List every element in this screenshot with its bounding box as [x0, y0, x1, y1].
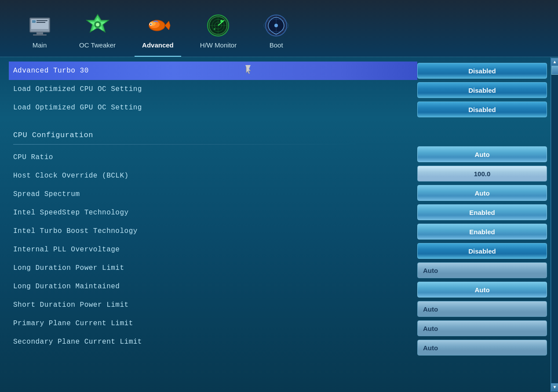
setting-row-short-power[interactable]: Short Duration Power Limit — [13, 296, 417, 314]
setting-row-host-clock[interactable]: Host Clock Override (BCLK) — [13, 167, 417, 185]
setting-label-spread-spectrum: Spread Spectrum — [13, 190, 80, 198]
svg-point-23 — [220, 20, 223, 22]
value-btn-pll[interactable]: Disabled — [417, 243, 547, 259]
setting-row-cpu-ratio[interactable]: CPU Ratio — [13, 148, 417, 167]
tab-oc-label: OC Tweaker — [79, 41, 116, 52]
setting-label-load-gpu: Load Optimized GPU OC Setting — [13, 104, 142, 112]
setting-label-host-clock: Host Clock Override (BCLK) — [13, 172, 129, 180]
scrollbar-thumb[interactable] — [551, 66, 558, 75]
setting-label-secondary-plane: Secondary Plane Current Limit — [13, 338, 142, 346]
top-navigation: Main OC Tweaker — [0, 0, 558, 57]
svg-rect-4 — [32, 20, 36, 23]
svg-point-24 — [214, 28, 215, 30]
setting-row-turbo-boost[interactable]: Intel Turbo Boost Technology — [13, 222, 417, 240]
svg-point-16 — [150, 24, 151, 25]
svg-rect-3 — [33, 34, 47, 36]
hw-monitor-icon — [205, 12, 231, 39]
value-row-load-cpu[interactable]: Disabled — [417, 81, 551, 99]
value-row-cpu-ratio[interactable]: Auto — [417, 145, 551, 163]
setting-row-speedstep[interactable]: Intel SpeedStep Technology — [13, 203, 417, 222]
value-btn-load-cpu[interactable]: Disabled — [417, 82, 547, 98]
value-btn-load-gpu[interactable]: Disabled — [417, 102, 547, 117]
setting-row-load-gpu[interactable]: Load Optimized GPU OC Setting — [13, 98, 417, 117]
setting-label-turbo-boost: Intel Turbo Boost Technology — [13, 227, 138, 235]
setting-label-cpu-config: CPU Configuration — [13, 131, 93, 139]
advanced-icon — [145, 12, 171, 39]
content-area: Advanced Turbo 30 Load Optimized CPU OC … — [0, 57, 558, 392]
setting-row-cpu-config: CPU Configuration — [13, 124, 417, 142]
setting-label-advanced-turbo-30: Advanced Turbo 30 — [13, 67, 89, 75]
setting-label-long-power: Long Duration Power Limit — [13, 264, 124, 272]
values-panel: Disabled Disabled Disabled — [417, 57, 551, 392]
right-panel-container: Disabled Disabled Disabled — [417, 57, 558, 392]
value-row-speedstep[interactable]: Enabled — [417, 203, 551, 221]
setting-label-primary-plane: Primary Plane Current Limit — [13, 319, 133, 327]
value-row-turbo-boost[interactable]: Enabled — [417, 222, 551, 241]
value-btn-cpu-ratio[interactable]: Auto — [417, 146, 547, 162]
main-tab-icon — [26, 12, 53, 39]
setting-row-pll[interactable]: Internal PLL Overvoltage — [13, 240, 417, 259]
value-row-pll[interactable]: Disabled — [417, 242, 551, 260]
value-spacer-2 — [417, 139, 551, 144]
value-btn-long-power[interactable]: Auto — [417, 262, 547, 278]
value-row-spread-spectrum[interactable]: Auto — [417, 184, 551, 202]
value-btn-long-maintained[interactable]: Auto — [417, 282, 547, 298]
scroll-down-arrow[interactable]: ▼ — [551, 383, 558, 391]
oc-tweaker-icon — [84, 12, 111, 39]
value-row-primary-plane[interactable]: Auto — [417, 319, 551, 338]
svg-point-10 — [96, 23, 99, 26]
setting-row-primary-plane[interactable]: Primary Plane Current Limit — [13, 314, 417, 333]
value-row-advanced-turbo-30[interactable]: Disabled — [417, 62, 551, 80]
setting-row-long-maintained[interactable]: Long Duration Maintained — [13, 277, 417, 296]
setting-label-pll: Internal PLL Overvoltage — [13, 246, 120, 254]
tab-advanced[interactable]: Advanced — [129, 9, 187, 57]
value-row-host-clock[interactable]: 100.0 — [417, 164, 551, 183]
svg-point-29 — [274, 24, 278, 27]
scroll-up-arrow[interactable]: ▲ — [551, 58, 558, 66]
setting-label-speedstep: Intel SpeedStep Technology — [13, 209, 129, 217]
value-row-long-maintained[interactable]: Auto — [417, 280, 551, 299]
setting-row-spread-spectrum[interactable]: Spread Spectrum — [13, 185, 417, 203]
setting-row-secondary-plane[interactable]: Secondary Plane Current Limit — [13, 333, 417, 351]
value-btn-spread-spectrum[interactable]: Auto — [417, 185, 547, 201]
value-btn-turbo-boost[interactable]: Enabled — [417, 224, 547, 240]
value-btn-speedstep[interactable]: Enabled — [417, 204, 547, 220]
value-btn-short-power[interactable]: Auto — [417, 301, 547, 317]
tab-hw-label: H/W Monitor — [200, 41, 237, 52]
tab-hw-monitor[interactable]: H/W Monitor — [187, 9, 250, 57]
setting-label-short-power: Short Duration Power Limit — [13, 301, 129, 309]
setting-label-long-maintained: Long Duration Maintained — [13, 283, 120, 290]
value-spacer-1 — [417, 120, 551, 127]
setting-row-load-cpu[interactable]: Load Optimized CPU OC Setting — [13, 80, 417, 98]
settings-panel: Advanced Turbo 30 Load Optimized CPU OC … — [0, 57, 417, 392]
value-spacer-section — [417, 127, 551, 138]
value-row-short-power[interactable]: Auto — [417, 300, 551, 318]
tab-oc-tweaker[interactable]: OC Tweaker — [66, 9, 129, 57]
value-btn-secondary-plane[interactable]: Auto — [417, 340, 547, 356]
setting-label-cpu-ratio: CPU Ratio — [13, 153, 53, 161]
value-row-secondary-plane[interactable]: Auto — [417, 338, 551, 357]
value-row-long-power[interactable]: Auto — [417, 261, 551, 279]
scrollbar-track — [551, 75, 558, 383]
value-btn-advanced-turbo-30[interactable]: Disabled — [417, 63, 547, 79]
spacer-1 — [13, 117, 417, 124]
setting-row-advanced-turbo-30[interactable]: Advanced Turbo 30 — [9, 62, 417, 80]
tab-boot-label: Boot — [270, 41, 283, 52]
scrollbar[interactable]: ▲ ▼ — [551, 57, 558, 392]
svg-marker-14 — [165, 21, 170, 30]
boot-icon — [263, 12, 289, 39]
nav-tabs-container: Main OC Tweaker — [0, 9, 558, 57]
svg-rect-2 — [36, 32, 43, 34]
setting-label-load-cpu: Load Optimized CPU OC Setting — [13, 85, 142, 93]
value-btn-host-clock[interactable]: 100.0 — [417, 166, 547, 181]
tab-main-label: Main — [33, 41, 47, 52]
svg-rect-6 — [36, 22, 45, 23]
setting-row-long-power[interactable]: Long Duration Power Limit — [13, 259, 417, 277]
tab-main[interactable]: Main — [13, 9, 66, 57]
tab-boot[interactable]: Boot — [250, 9, 303, 57]
tab-advanced-label: Advanced — [142, 41, 174, 52]
value-row-load-gpu[interactable]: Disabled — [417, 100, 551, 119]
value-btn-primary-plane[interactable]: Auto — [417, 320, 547, 336]
svg-rect-5 — [36, 20, 47, 21]
section-divider — [13, 144, 357, 145]
